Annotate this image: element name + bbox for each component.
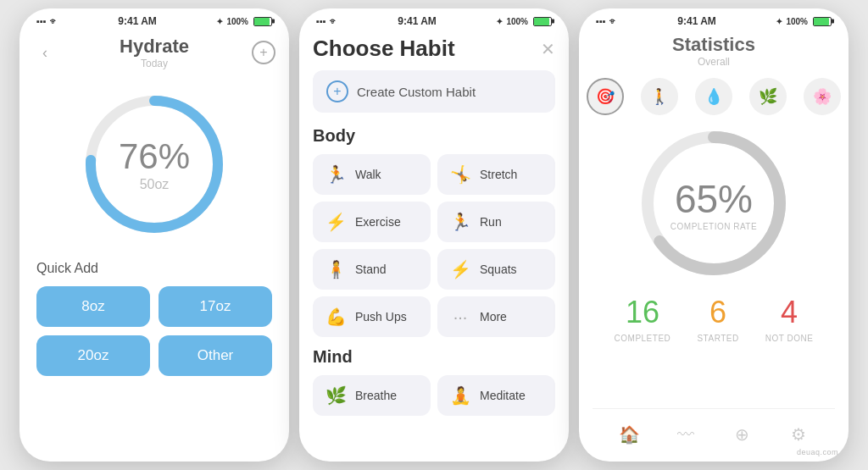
habit-pushups-label: Push Ups — [355, 310, 407, 323]
stand-icon: 🧍 — [325, 259, 347, 279]
notdone-value: 4 — [781, 295, 798, 330]
walk-icon: 🏃 — [325, 164, 347, 185]
bluetooth-icon-3: ✦ — [776, 17, 782, 26]
stats-icon-walk[interactable]: 🚶 — [641, 78, 678, 115]
completion-rate-label: COMPLETION RATE — [670, 222, 757, 231]
hydrate-content: 76% 50oz Quick Add 8oz 17oz 20oz Other — [19, 75, 289, 462]
choose-habit-topbar: Choose Habit ✕ — [313, 30, 555, 70]
started-label: STARTED — [697, 334, 738, 343]
battery-area-2: ✦ 100% — [496, 17, 552, 26]
page-subtitle-1: Today — [120, 58, 189, 69]
habit-exercise[interactable]: ⚡ Exercise — [313, 202, 431, 242]
time-3: 9:41 AM — [677, 15, 716, 27]
battery-pct-2: 100% — [506, 17, 528, 26]
phone-hydrate: ▪▪▪ ᯤ 9:41 AM ✦ 100% ‹ Hydrate Today + — [19, 8, 289, 462]
habit-squats[interactable]: ⚡ Squats — [437, 249, 555, 290]
habit-stretch-label: Stretch — [480, 168, 517, 181]
watermark: deuaq.com — [797, 448, 838, 456]
time-2: 9:41 AM — [398, 15, 437, 27]
exercise-icon: ⚡ — [325, 212, 347, 232]
battery-area-1: ✦ 100% — [216, 17, 272, 26]
nav-bar-1: ‹ Hydrate Today + — [19, 30, 289, 75]
completed-value: 16 — [626, 295, 659, 330]
signal-icons: ▪▪▪ ᯤ — [36, 16, 58, 26]
progress-ring: 76% 50oz — [78, 88, 231, 241]
habit-meditate-label: Meditate — [480, 389, 526, 402]
stat-completed: 16 COMPLETED — [615, 295, 671, 343]
battery-icon-3 — [813, 17, 832, 26]
battery-area-3: ✦ 100% — [776, 17, 832, 26]
quick-add-label: Quick Add — [36, 261, 98, 276]
quick-btn-8oz[interactable]: 8oz — [36, 286, 150, 327]
create-custom-button[interactable]: + Create Custom Habit — [313, 70, 555, 113]
stats-icon-water[interactable]: 💧 — [695, 78, 732, 115]
walk-stats-icon: 🚶 — [650, 87, 669, 106]
phones-container: ▪▪▪ ᯤ 9:41 AM ✦ 100% ‹ Hydrate Today + — [11, 0, 857, 470]
stats-content: Statistics Overall 🎯 🚶 💧 🌿 🌸 — [579, 30, 849, 462]
water-stats-icon: 💧 — [704, 87, 723, 106]
create-custom-plus-icon: + — [326, 80, 348, 102]
habit-meditate[interactable]: 🧘 Meditate — [437, 375, 555, 416]
stats-subtitle: Overall — [698, 56, 730, 68]
hydrate-percent: 76% — [119, 136, 190, 177]
mind-habits-grid: 🌿 Breathe 🧘 Meditate — [313, 375, 555, 416]
habit-stand[interactable]: 🧍 Stand — [313, 249, 431, 290]
signal-icons-3: ▪▪▪ ᯤ — [596, 16, 618, 26]
habit-more[interactable]: ··· More — [437, 296, 555, 337]
stats-icon-target[interactable]: 🎯 — [587, 78, 624, 115]
target-icon: 🎯 — [596, 87, 615, 106]
stat-started: 6 STARTED — [697, 295, 738, 343]
completed-label: COMPLETED — [615, 334, 671, 343]
status-bar-2: ▪▪▪ ᯤ 9:41 AM ✦ 100% — [299, 8, 569, 30]
create-custom-label: Create Custom Habit — [357, 85, 476, 99]
choose-habit-title: Choose Habit — [313, 36, 455, 62]
meditate-stats-icon: 🌸 — [813, 87, 832, 106]
pushups-icon: 💪 — [325, 307, 347, 327]
habit-exercise-label: Exercise — [355, 215, 401, 229]
nav-home[interactable]: 🏠 — [614, 419, 644, 450]
phone-choose-habit: ▪▪▪ ᯤ 9:41 AM ✦ 100% Choose Habit ✕ + Cr… — [299, 8, 569, 462]
habit-pushups[interactable]: 💪 Push Ups — [313, 296, 431, 337]
more-icon: ··· — [449, 307, 471, 327]
nav-settings[interactable]: ⚙ — [783, 419, 814, 450]
status-bar-1: ▪▪▪ ᯤ 9:41 AM ✦ 100% — [19, 8, 289, 30]
notdone-label: NOT DONE — [765, 334, 814, 343]
habit-run-label: Run — [480, 215, 502, 229]
section-title-mind: Mind — [313, 347, 555, 367]
hydrate-oz: 50oz — [119, 177, 190, 192]
quick-btn-20oz[interactable]: 20oz — [36, 335, 150, 376]
quick-btn-other[interactable]: Other — [159, 335, 272, 376]
status-bar-3: ▪▪▪ ᯤ 9:41 AM ✦ 100% — [579, 8, 849, 30]
habit-walk-label: Walk — [355, 168, 381, 181]
ring-center: 76% 50oz — [119, 136, 190, 192]
completion-percent: 65% — [670, 176, 757, 222]
breathe-stats-icon: 🌿 — [759, 87, 777, 106]
bluetooth-icon-2: ✦ — [496, 17, 503, 26]
run-icon: 🏃 — [449, 212, 471, 232]
close-button[interactable]: ✕ — [541, 39, 555, 59]
stretch-icon: 🤸 — [449, 164, 471, 185]
stats-icon-breathe[interactable]: 🌿 — [749, 78, 787, 115]
quick-btn-17oz[interactable]: 17oz — [159, 286, 272, 327]
habit-stand-label: Stand — [355, 263, 387, 276]
stats-icon-meditate[interactable]: 🌸 — [804, 78, 841, 115]
back-button[interactable]: ‹ — [33, 41, 57, 64]
habit-more-label: More — [480, 310, 507, 323]
add-button[interactable]: + — [252, 41, 275, 64]
nav-stats[interactable]: 〰 — [670, 419, 701, 450]
habit-stretch[interactable]: 🤸 Stretch — [437, 154, 555, 195]
stats-nav-bar: Statistics Overall — [672, 30, 755, 69]
breathe-icon: 🌿 — [325, 385, 347, 406]
time-1: 9:41 AM — [118, 15, 157, 27]
nav-add[interactable]: ⊕ — [726, 419, 757, 450]
body-habits-grid: 🏃 Walk 🤸 Stretch ⚡ Exercise 🏃 Run 🧍 — [313, 154, 555, 337]
habit-walk[interactable]: 🏃 Walk — [313, 154, 431, 195]
stat-notdone: 4 NOT DONE — [765, 295, 814, 343]
habit-run[interactable]: 🏃 Run — [437, 202, 555, 242]
stats-title: Statistics — [672, 34, 755, 56]
quick-add-grid: 8oz 17oz 20oz Other — [36, 286, 272, 376]
meditate-icon: 🧘 — [449, 385, 471, 406]
habit-squats-label: Squats — [480, 263, 517, 276]
phone-statistics: ▪▪▪ ᯤ 9:41 AM ✦ 100% Statistics Overall … — [579, 8, 849, 462]
habit-breathe[interactable]: 🌿 Breathe — [313, 375, 431, 416]
